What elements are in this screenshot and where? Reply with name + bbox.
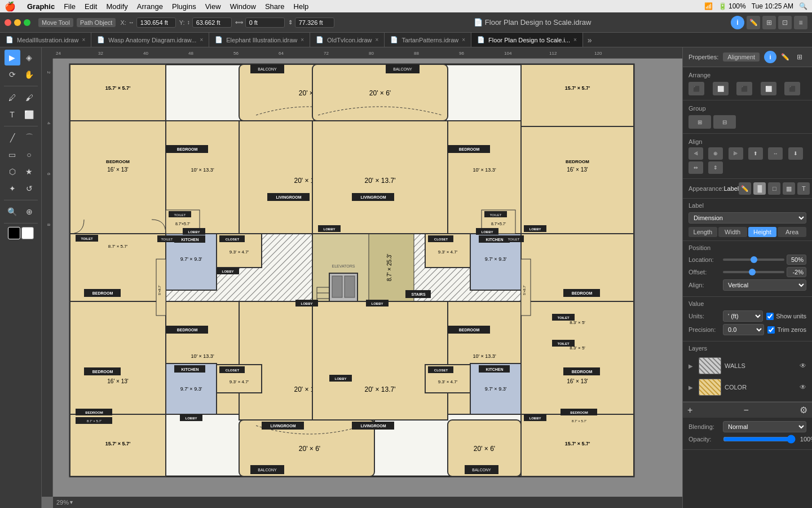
tab-close-tartan[interactable]: × <box>462 37 465 43</box>
panel-tab-alignment[interactable]: Alignment <box>723 52 760 62</box>
label-tab-width[interactable]: Width <box>718 227 747 237</box>
menu-help[interactable]: Help <box>294 2 309 11</box>
tab-floorplan[interactable]: 📄 Floor Plan Design to Scale.i... × <box>471 33 583 47</box>
tab-close-oldtv[interactable]: × <box>376 37 379 43</box>
pen-icon[interactable]: ✏️ <box>747 16 760 29</box>
layer-color-expand[interactable]: ▶ <box>689 384 695 391</box>
menu-file[interactable]: File <box>64 2 76 11</box>
trim-zeros-checkbox[interactable] <box>767 326 775 334</box>
y-value[interactable]: 63.662 ft <box>192 17 232 28</box>
align-right[interactable]: ⫸ <box>729 147 743 160</box>
add-layer-btn[interactable]: + <box>687 405 692 415</box>
panel-grid-icon[interactable]: ⊞ <box>793 51 806 63</box>
delete-layer-btn[interactable]: − <box>744 405 749 415</box>
arrange-btn-2[interactable]: ⬜ <box>713 82 729 95</box>
arrange-btn-4[interactable]: ⬜ <box>761 82 776 95</box>
layers-icon[interactable]: ≡ <box>794 16 807 29</box>
grid-icon[interactable]: ⊞ <box>762 16 776 29</box>
spiral-tool[interactable]: ↺ <box>21 181 37 196</box>
label-tab-height[interactable]: Height <box>748 227 777 237</box>
panel-transform-icon[interactable]: ⊡ <box>808 51 812 63</box>
tab-medal[interactable]: 📄 MedalIllustration.idraw × <box>0 33 91 47</box>
label-tab-area[interactable]: Area <box>778 227 806 237</box>
tab-wasp[interactable]: 📄 Wasp Anatomy Diagram.idraw... × <box>91 33 209 47</box>
opacity-slider[interactable] <box>723 435 796 444</box>
align-middle-h[interactable]: ↔ <box>768 147 783 160</box>
layer-walls-eye[interactable]: 👁 <box>800 362 806 370</box>
align-center-v[interactable]: ⊕ <box>708 147 723 160</box>
canvas-area[interactable]: 24 32 40 48 56 64 72 80 88 96 104 112 12… <box>42 47 682 508</box>
w-value[interactable]: 0 ft <box>245 17 285 28</box>
transform-icon[interactable]: ⊡ <box>778 16 792 29</box>
menu-edit[interactable]: Edit <box>85 2 97 11</box>
distribute-h[interactable]: ⇔ <box>689 161 703 174</box>
panel-pen-icon[interactable]: ✏️ <box>779 51 791 63</box>
layer-color-eye[interactable]: 👁 <box>800 383 806 391</box>
canvas[interactable]: 15.7' × 5.7' BEDROOM 16' × 13' 10' × 13.… <box>53 59 682 497</box>
zoom-level[interactable]: 29% <box>56 499 69 506</box>
rect-tool[interactable]: ▭ <box>5 147 20 163</box>
h-value[interactable]: 77.326 ft <box>295 17 334 28</box>
menu-window[interactable]: Window <box>230 2 256 11</box>
text-tool[interactable]: T <box>5 107 20 122</box>
tab-close-fp[interactable]: × <box>573 37 577 43</box>
line-tool[interactable]: ╱ <box>5 130 20 146</box>
tab-close-medal[interactable]: × <box>82 37 85 43</box>
fill-color[interactable] <box>8 227 20 239</box>
arrange-btn-3[interactable]: ⬛ <box>736 82 752 95</box>
blending-select[interactable]: Normal <box>723 421 806 432</box>
arrange-btn-1[interactable]: ⬛ <box>689 82 704 95</box>
tab-tartan[interactable]: 📄 TartanPatterns.idraw × <box>385 33 471 47</box>
menu-plugins[interactable]: Plugins <box>172 2 196 11</box>
tab-oldtv[interactable]: 📄 OldTvIcon.idraw × <box>310 33 385 47</box>
show-units-checkbox[interactable] <box>766 313 774 320</box>
label-tab-length[interactable]: Length <box>689 227 717 237</box>
distribute-v[interactable]: ⇕ <box>708 161 723 174</box>
align-bottom[interactable]: ⬇ <box>788 147 803 160</box>
hand-tool[interactable]: ✋ <box>21 67 37 82</box>
select-tool[interactable]: ▶ <box>5 50 20 65</box>
location-value[interactable]: 50% <box>787 255 806 265</box>
layer-color-name[interactable]: COLOR <box>725 384 796 391</box>
app-name[interactable]: Graphic <box>27 2 55 11</box>
layer-settings-btn[interactable]: ⚙ <box>800 405 807 415</box>
align-select[interactable]: Vertical <box>723 279 806 291</box>
panel-info-icon[interactable]: i <box>764 51 776 63</box>
tab-close-wasp[interactable]: × <box>200 37 203 43</box>
dimension-select[interactable]: Dimension <box>689 212 806 224</box>
tab-elephant[interactable]: 📄 Elephant Illustration.idraw × <box>209 33 310 47</box>
search-icon[interactable]: 🔍 <box>799 2 807 10</box>
pan-tool[interactable]: ⊕ <box>21 204 37 220</box>
menu-view[interactable]: View <box>205 2 221 11</box>
x-value[interactable]: 130.654 ft <box>136 17 176 28</box>
tab-overflow[interactable]: » <box>583 33 597 47</box>
image-tool[interactable]: ⬜ <box>21 107 37 122</box>
stroke-color[interactable] <box>21 227 34 239</box>
pen-tool[interactable]: 🖊 <box>5 90 20 106</box>
app-fill-icon[interactable]: █ <box>753 182 766 195</box>
apple-menu[interactable]: 🍎 <box>5 1 16 12</box>
align-top[interactable]: ⬆ <box>748 147 763 160</box>
move-path-tool[interactable]: ⟳ <box>5 67 20 82</box>
info-icon[interactable]: i <box>731 16 744 29</box>
app-text-icon[interactable]: T <box>797 182 810 195</box>
ungroup-btn[interactable]: ⊟ <box>713 115 736 129</box>
menu-modify[interactable]: Modify <box>106 2 127 11</box>
menu-share[interactable]: Share <box>265 2 285 11</box>
node-tool[interactable]: ◈ <box>21 50 37 65</box>
star2-tool[interactable]: ✦ <box>5 181 20 196</box>
units-select[interactable]: ' (ft) <box>723 310 763 322</box>
polygon-tool[interactable]: ⬡ <box>5 164 20 179</box>
align-left[interactable]: ⫷ <box>689 147 703 160</box>
menu-arrange[interactable]: Arrange <box>137 2 163 11</box>
brush-tool[interactable]: 🖌 <box>21 90 37 106</box>
arrange-btn-5[interactable]: ⬛ <box>784 82 800 95</box>
oval-tool[interactable]: ○ <box>21 147 37 163</box>
app-gradient-icon[interactable]: ▦ <box>783 182 795 195</box>
app-stroke-icon[interactable]: □ <box>768 182 780 195</box>
layer-walls-name[interactable]: WALLS <box>725 362 796 369</box>
offset-value[interactable]: -2% <box>787 267 806 277</box>
curve-tool[interactable]: ⌒ <box>21 130 37 146</box>
precision-select[interactable]: 0.0 <box>723 324 764 335</box>
layer-walls-expand[interactable]: ▶ <box>689 363 695 369</box>
